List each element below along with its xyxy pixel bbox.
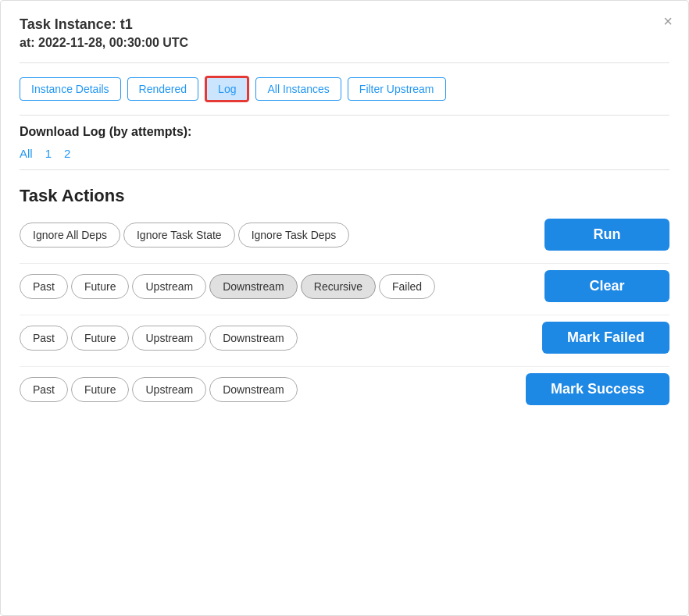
divider-top	[20, 62, 669, 63]
mark-success-row-toggle-3[interactable]: Downstream	[209, 377, 298, 402]
mark-success-btn[interactable]: Mark Success	[526, 373, 669, 405]
download-log-label: Download Log (by attempts):	[20, 125, 669, 139]
download-log-section: Download Log (by attempts): All12	[20, 125, 669, 160]
subtitle-value: 2022-11-28, 00:30:00 UTC	[38, 36, 188, 49]
mark-failed-row-toggle-2[interactable]: Upstream	[132, 326, 206, 351]
download-link-all[interactable]: All	[20, 147, 33, 160]
action-divider-0	[20, 263, 669, 264]
mark-success-row-toggle-1[interactable]: Future	[71, 377, 129, 402]
tab-all-instances[interactable]: All Instances	[255, 77, 341, 101]
clear-row-toggles: PastFutureUpstreamDownstreamRecursiveFai…	[20, 274, 435, 299]
run-row-toggle-0[interactable]: Ignore All Deps	[20, 223, 120, 247]
clear-row-toggle-1[interactable]: Future	[71, 274, 129, 299]
mark-success-row-toggle-0[interactable]: Past	[20, 377, 68, 402]
action-rows-container: Ignore All DepsIgnore Task StateIgnore T…	[20, 219, 669, 408]
clear-row-toggle-2[interactable]: Upstream	[132, 274, 206, 299]
task-instance-modal: × Task Instance: t1 at: 2022-11-28, 00:3…	[0, 0, 689, 616]
mark-success-row-toggles: PastFutureUpstreamDownstream	[20, 377, 298, 402]
run-row-toggles: Ignore All DepsIgnore Task StateIgnore T…	[20, 223, 349, 247]
action-divider-1	[20, 315, 669, 315]
clear-row-toggle-4[interactable]: Recursive	[301, 274, 376, 299]
download-link-2[interactable]: 2	[64, 147, 70, 160]
divider-download	[20, 169, 669, 170]
mark-failed-row: PastFutureUpstreamDownstreamMark Failed	[20, 322, 669, 357]
task-actions-title: Task Actions	[20, 186, 669, 206]
tab-instance-details[interactable]: Instance Details	[20, 77, 121, 101]
subtitle-prefix: at:	[20, 36, 35, 49]
clear-row-toggle-5[interactable]: Failed	[379, 274, 435, 299]
tab-log[interactable]: Log	[205, 76, 249, 102]
run-row-toggle-1[interactable]: Ignore Task State	[123, 223, 235, 247]
modal-title: Task Instance: t1	[20, 16, 669, 33]
run-row-toggle-2[interactable]: Ignore Task Deps	[238, 223, 350, 247]
divider-tabs	[20, 115, 669, 116]
mark-failed-row-toggle-3[interactable]: Downstream	[209, 326, 298, 351]
tab-filter-upstream[interactable]: Filter Upstream	[348, 77, 446, 101]
close-button[interactable]: ×	[663, 13, 673, 29]
clear-btn[interactable]: Clear	[544, 270, 669, 302]
tab-rendered[interactable]: Rendered	[127, 77, 199, 101]
action-divider-2	[20, 366, 669, 367]
clear-row: PastFutureUpstreamDownstreamRecursiveFai…	[20, 270, 669, 305]
mark-failed-row-toggle-0[interactable]: Past	[20, 326, 68, 351]
mark-success-row-toggle-2[interactable]: Upstream	[132, 377, 206, 402]
download-links: All12	[20, 147, 669, 160]
mark-failed-btn[interactable]: Mark Failed	[542, 322, 669, 354]
run-row: Ignore All DepsIgnore Task StateIgnore T…	[20, 219, 669, 254]
mark-failed-row-toggles: PastFutureUpstreamDownstream	[20, 326, 298, 351]
clear-row-toggle-3[interactable]: Downstream	[209, 274, 298, 299]
run-btn[interactable]: Run	[544, 219, 669, 251]
download-link-1[interactable]: 1	[45, 147, 52, 160]
mark-success-row: PastFutureUpstreamDownstreamMark Success	[20, 373, 669, 408]
title-prefix: Task Instance:	[20, 16, 116, 32]
modal-subtitle: at: 2022-11-28, 00:30:00 UTC	[20, 36, 669, 50]
title-value: t1	[120, 16, 133, 32]
mark-failed-row-toggle-1[interactable]: Future	[71, 326, 129, 351]
tabs-row: Instance DetailsRenderedLogAll Instances…	[20, 76, 669, 102]
clear-row-toggle-0[interactable]: Past	[20, 274, 68, 299]
